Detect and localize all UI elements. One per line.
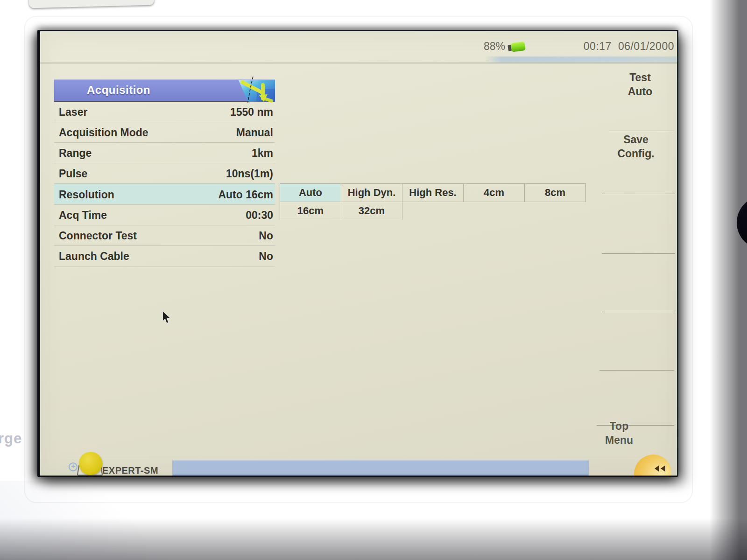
trace-file-badge[interactable] bbox=[79, 452, 102, 475]
panel-title: Acquisition bbox=[87, 84, 150, 97]
date-text: 06/01/2000 bbox=[618, 40, 674, 52]
option-16cm[interactable]: 16cm bbox=[280, 202, 341, 220]
taskbar-progress-strip bbox=[172, 460, 589, 476]
softkey-test-auto[interactable]: Test Auto bbox=[600, 70, 680, 98]
softkey-line: Menu bbox=[579, 433, 659, 447]
time-text: 00:17 bbox=[584, 40, 612, 52]
setting-value: Manual bbox=[236, 126, 273, 139]
setting-value: 10ns(1m) bbox=[226, 168, 273, 180]
option-4cm[interactable]: 4cm bbox=[463, 183, 525, 202]
setting-value: 1km bbox=[252, 147, 273, 160]
setting-row-range[interactable]: Range 1km bbox=[54, 143, 275, 163]
setting-row-resolution[interactable]: Resolution Auto 16cm bbox=[54, 184, 275, 205]
mouse-cursor bbox=[161, 310, 173, 324]
status-glow bbox=[485, 56, 677, 63]
setting-value: 1550 nm bbox=[230, 106, 273, 119]
option-32cm[interactable]: 32cm bbox=[341, 202, 402, 220]
otdr-trace-icon bbox=[228, 77, 275, 104]
top-sticker bbox=[29, 0, 155, 8]
softkey-divider bbox=[602, 253, 675, 254]
rewind-icon bbox=[654, 464, 667, 473]
acquisition-panel: Acquisition bbox=[54, 79, 275, 266]
setting-label: Laser bbox=[59, 106, 87, 119]
setting-label: Pulse bbox=[59, 168, 87, 180]
softkey-line: Auto bbox=[600, 84, 680, 98]
setting-row-launch-cable[interactable]: Launch Cable No bbox=[54, 246, 275, 266]
resolution-options: Auto High Dyn. High Res. 4cm 8cm 16cm 32… bbox=[280, 183, 586, 220]
softkey-divider bbox=[609, 131, 674, 131]
status-divider bbox=[40, 63, 677, 63]
minimize-corner-button[interactable] bbox=[634, 455, 671, 476]
setting-label: Launch Cable bbox=[59, 250, 129, 263]
resolution-options-row2: 16cm 32cm bbox=[280, 202, 586, 220]
softkey-line: Save bbox=[596, 133, 676, 147]
bezel-right-shadow bbox=[710, 0, 747, 560]
option-8cm[interactable]: 8cm bbox=[524, 183, 586, 202]
option-auto[interactable]: Auto bbox=[280, 183, 341, 202]
setting-row-pulse[interactable]: Pulse 10ns(1m) bbox=[54, 163, 275, 184]
bezel-charge-label: rge bbox=[0, 430, 22, 447]
softkey-save-config[interactable]: Save Config. bbox=[596, 133, 676, 161]
clock: 00:1706/01/2000 bbox=[577, 40, 674, 53]
softkey-divider bbox=[602, 312, 675, 312]
setting-label: Acquisition Mode bbox=[59, 126, 148, 139]
setting-value: 00:30 bbox=[246, 209, 273, 222]
device-bezel: rge 88% 00:1706/01/2000 Acquisition bbox=[0, 0, 747, 560]
softkey-top-menu[interactable]: Top Menu bbox=[579, 419, 659, 447]
setting-label: Range bbox=[59, 147, 92, 160]
setting-value: Auto 16cm bbox=[218, 189, 273, 201]
option-high-dyn[interactable]: High Dyn. bbox=[341, 183, 402, 202]
resolution-options-row1: Auto High Dyn. High Res. 4cm 8cm bbox=[280, 183, 586, 202]
setting-row-acq-time[interactable]: Acq Time 00:30 bbox=[54, 205, 275, 225]
battery-percent: 88% bbox=[469, 40, 505, 53]
setting-row-laser[interactable]: Laser 1550 nm bbox=[54, 102, 275, 122]
bezel-bottom-shadow bbox=[0, 518, 747, 560]
acquisition-header: Acquisition bbox=[54, 79, 275, 102]
softkey-divider bbox=[602, 194, 675, 194]
setting-value: No bbox=[259, 250, 273, 263]
setting-row-connector-test[interactable]: Connector Test No bbox=[54, 225, 275, 246]
setting-value: No bbox=[259, 230, 273, 242]
screen: 88% 00:1706/01/2000 Acquisition bbox=[37, 30, 678, 477]
battery-icon bbox=[507, 41, 527, 54]
softkey-line: Test bbox=[600, 70, 680, 84]
softkey-divider bbox=[599, 370, 674, 371]
setting-label: Resolution bbox=[59, 189, 114, 201]
setting-label: Connector Test bbox=[59, 230, 137, 242]
option-high-res[interactable]: High Res. bbox=[402, 183, 464, 202]
softkey-line: Top bbox=[579, 419, 659, 433]
setting-row-acquisition-mode[interactable]: Acquisition Mode Manual bbox=[54, 122, 275, 143]
taskbar-file-label[interactable]: EXPERT-SM bbox=[102, 465, 158, 476]
softkey-line: Config. bbox=[596, 147, 676, 161]
setting-label: Acq Time bbox=[59, 209, 107, 222]
